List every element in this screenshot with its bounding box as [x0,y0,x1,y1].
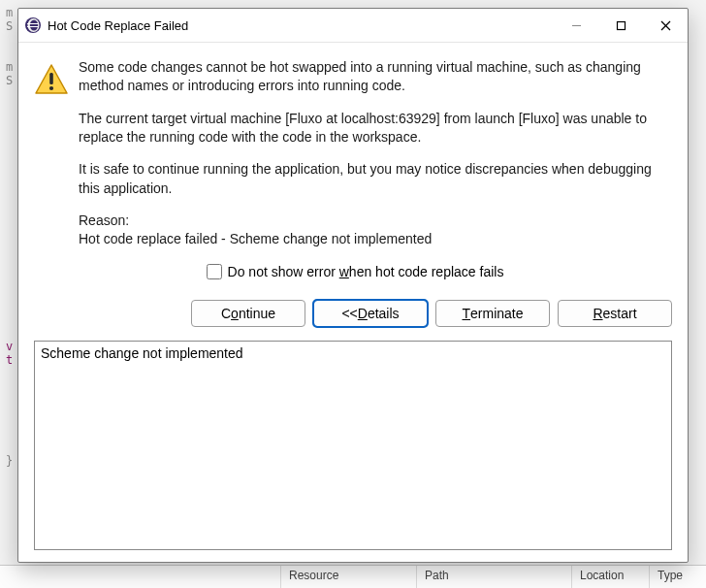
continue-button[interactable]: Continue [191,300,305,327]
background-problems-header: Resource Path Location Type [0,565,706,588]
svg-rect-3 [27,23,39,24]
dialog-title: Hot Code Replace Failed [48,18,554,33]
message-para1: Some code changes cannot be hot swapped … [79,58,672,96]
details-textarea[interactable] [34,341,672,551]
svg-rect-6 [617,21,625,29]
message-para2: The current target virtual machine [Flux… [79,110,672,147]
message-text: Some code changes cannot be hot swapped … [79,58,672,255]
titlebar: Hot Code Replace Failed [18,9,688,43]
close-button[interactable] [643,9,688,42]
dialog: Hot Code Replace Failed [17,8,689,563]
warning-icon [34,62,69,97]
reason-body: Hot code replace failed - Scheme change … [79,230,672,248]
suppress-error-label[interactable]: Do not show error when hot code replace … [228,264,504,279]
minimize-button[interactable] [554,9,598,42]
svg-rect-10 [49,73,53,84]
maximize-button[interactable] [598,9,643,42]
suppress-error-checkbox[interactable] [207,264,222,279]
restart-button[interactable]: Restart [558,300,672,327]
svg-point-11 [49,86,53,90]
terminate-button[interactable]: Terminate [435,300,550,327]
col-location: Location [572,566,650,588]
col-path: Path [417,566,572,588]
col-type: Type [650,566,706,588]
col-resource: Resource [281,566,417,588]
details-button[interactable]: << Details [313,300,428,327]
reason-label: Reason: [79,212,672,230]
svg-point-2 [30,20,38,31]
eclipse-icon [24,16,42,34]
svg-rect-4 [27,26,39,27]
message-para3: It is safe to continue running the appli… [79,160,672,198]
